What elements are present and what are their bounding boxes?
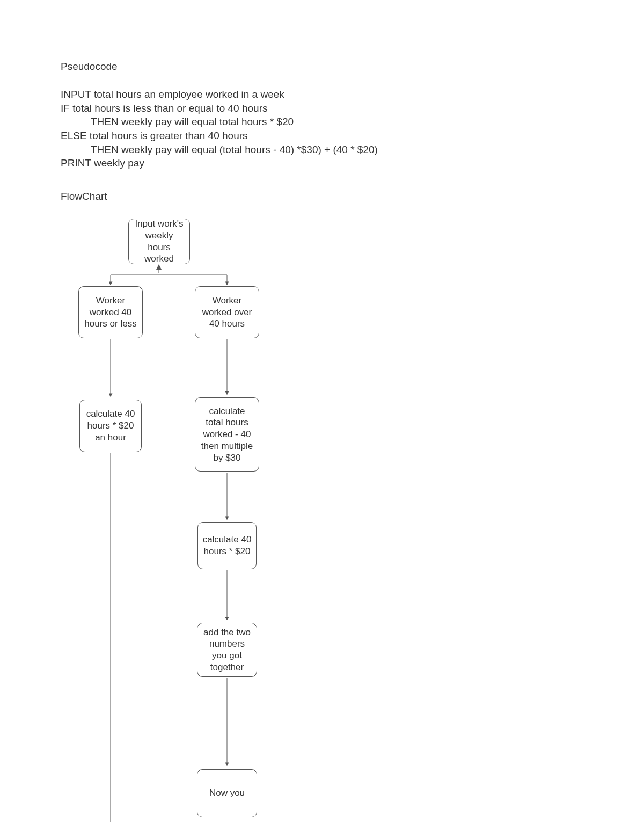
flow-box-left2-text: calculate 40 hours * $20 an hour [84, 408, 137, 443]
svg-marker-1 [156, 264, 162, 270]
flow-box-input-text: Input work's weekly hours worked [133, 218, 185, 265]
flow-box-right2-text: calculate total hours worked - 40 then m… [200, 405, 254, 464]
flow-box-right1-text: Worker worked over 40 hours [200, 295, 254, 330]
flow-box-right3-text: calculate 40 hours * $20 [202, 534, 252, 557]
flow-box-right4: add the two numbers you got together [197, 623, 257, 677]
flow-box-right4-text: add the two numbers you got together [202, 627, 252, 673]
flow-box-bottom: Now you [197, 769, 257, 817]
flow-box-right3: calculate 40 hours * $20 [197, 522, 257, 569]
flow-box-right2: calculate total hours worked - 40 then m… [195, 397, 259, 472]
flow-box-right1: Worker worked over 40 hours [195, 286, 259, 338]
flow-box-bottom-text: Now you [209, 787, 245, 799]
flow-box-input: Input work's weekly hours worked [128, 219, 190, 264]
flow-box-left1-text: Worker worked 40 hours or less [83, 295, 138, 330]
flow-box-left2: calculate 40 hours * $20 an hour [79, 400, 142, 452]
flowchart-diagram: Input work's weekly hours worked Worker … [0, 0, 644, 834]
flow-box-left1: Worker worked 40 hours or less [78, 286, 143, 338]
